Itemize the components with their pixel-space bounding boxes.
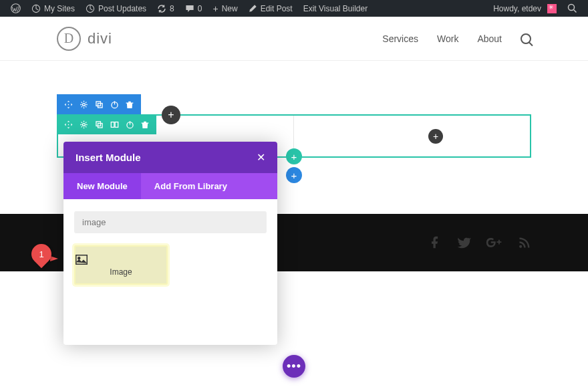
comment-count: 0 [198, 4, 202, 13]
row-toolbar [57, 114, 156, 134]
modal-tabs: New Module Add From Library [63, 173, 277, 199]
annotation-number: 1 [39, 249, 43, 259]
wordpress-icon [11, 3, 21, 13]
update-count: 8 [170, 4, 174, 13]
gear-icon[interactable] [79, 100, 88, 109]
wp-admin-bar: My Sites Post Updates 8 0 +New Edit Post… [0, 0, 588, 17]
columns-icon[interactable] [110, 120, 119, 129]
add-section-button[interactable]: + [286, 167, 302, 183]
logo-letter: D [64, 31, 74, 46]
svg-point-14 [519, 245, 522, 248]
search-toggle[interactable] [562, 0, 583, 17]
wp-logo[interactable] [5, 0, 26, 17]
search-input[interactable] [74, 211, 267, 233]
nav-work[interactable]: Work [437, 33, 458, 44]
search-icon[interactable] [521, 33, 531, 44]
plus-icon: + [291, 170, 297, 181]
svg-point-4 [82, 103, 85, 106]
search-icon [567, 3, 577, 13]
site-header: D divi Services Work About [0, 17, 588, 61]
dashboard-icon [31, 4, 41, 13]
power-icon[interactable] [125, 120, 134, 129]
move-icon[interactable] [63, 100, 73, 109]
logo-text: divi [88, 30, 112, 47]
nav-services[interactable]: Services [382, 33, 418, 44]
updates-link[interactable]: 8 [152, 0, 180, 17]
facebook-icon[interactable] [428, 236, 442, 249]
rss-icon[interactable] [518, 236, 531, 249]
plus-icon: + [168, 109, 174, 121]
logo[interactable]: D divi [57, 27, 112, 51]
image-icon [76, 255, 166, 265]
plus-icon: + [212, 4, 218, 13]
exit-builder-link[interactable]: Exit Visual Builder [298, 0, 374, 17]
duplicate-icon[interactable] [94, 100, 104, 109]
modal-body: Image [63, 199, 277, 345]
insert-module-modal: Insert Module ✕ New Module Add From Libr… [63, 142, 277, 345]
avatar [547, 4, 557, 13]
plus-icon: + [291, 151, 297, 162]
refresh-icon [157, 4, 166, 13]
svg-rect-11 [111, 122, 114, 127]
module-image-label: Image [76, 267, 166, 277]
tab-new-module[interactable]: New Module [63, 173, 141, 199]
gear-icon[interactable] [79, 120, 88, 129]
my-sites-link[interactable]: My Sites [26, 0, 80, 17]
pencil-icon [249, 4, 257, 13]
modal-header: Insert Module ✕ [63, 142, 277, 173]
tab-add-from-library[interactable]: Add From Library [141, 173, 241, 199]
post-updates-label: Post Updates [98, 4, 146, 13]
new-link[interactable]: +New [207, 0, 243, 17]
main-nav: Services Work About [382, 33, 531, 44]
plus-icon: + [433, 131, 438, 142]
section-toolbar [57, 94, 141, 114]
nav-about[interactable]: About [477, 33, 502, 44]
edit-post-link[interactable]: Edit Post [243, 0, 298, 17]
dashboard-icon [86, 4, 95, 13]
account-link[interactable]: Howdy, etdev [488, 0, 562, 17]
svg-point-8 [82, 123, 85, 126]
post-updates-link[interactable]: Post Updates [80, 0, 152, 17]
comment-icon [185, 4, 194, 13]
add-row-button[interactable]: + [286, 148, 302, 164]
twitter-icon[interactable] [456, 235, 471, 250]
edit-post-label: Edit Post [261, 4, 293, 13]
close-button[interactable]: ✕ [257, 151, 265, 164]
new-label: New [222, 4, 238, 13]
comments-link[interactable]: 0 [180, 0, 208, 17]
trash-icon[interactable] [140, 120, 150, 129]
exit-builder-label: Exit Visual Builder [303, 4, 368, 13]
move-icon[interactable] [63, 120, 73, 129]
svg-rect-12 [115, 122, 118, 127]
trash-icon[interactable] [125, 100, 134, 109]
module-image[interactable]: Image [74, 245, 168, 285]
page-settings-button[interactable]: ••• [283, 355, 305, 378]
modal-title: Insert Module [76, 152, 141, 163]
duplicate-icon[interactable] [94, 120, 104, 129]
svg-point-16 [78, 257, 80, 259]
annotation-1: 1 [31, 244, 58, 264]
svg-point-3 [569, 5, 575, 11]
howdy-label: Howdy, etdev [493, 4, 541, 13]
dots-icon: ••• [287, 360, 301, 374]
my-sites-label: My Sites [44, 4, 75, 13]
add-module-button-right[interactable]: + [428, 129, 443, 144]
power-icon[interactable] [110, 100, 119, 109]
add-module-button-left[interactable]: + [162, 106, 180, 124]
logo-icon: D [57, 27, 81, 51]
google-plus-icon[interactable] [486, 236, 503, 249]
